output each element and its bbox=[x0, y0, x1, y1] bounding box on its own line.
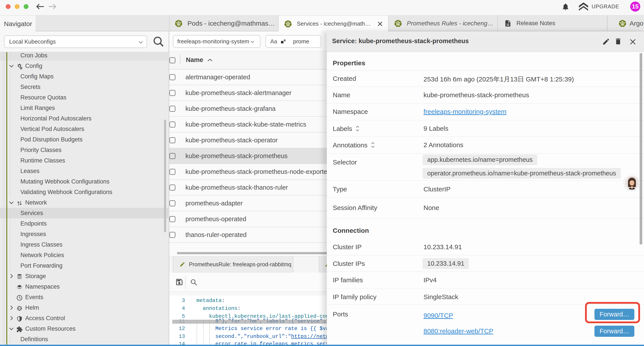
svg-text:HELM: HELM bbox=[18, 308, 21, 309]
